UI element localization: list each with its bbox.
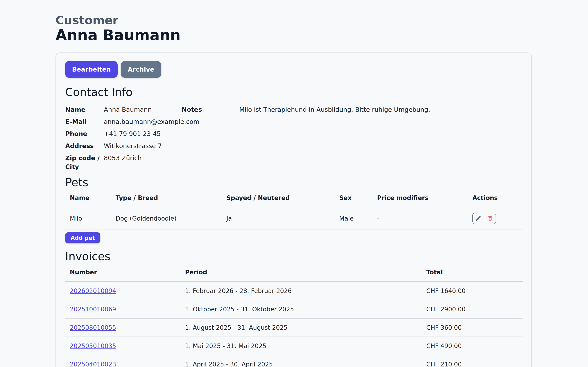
pet-spayed: Ja xyxy=(222,215,335,222)
pet-price-modifiers: - xyxy=(372,215,468,222)
toolbar: Bearbeiten Archive xyxy=(65,61,523,78)
delete-pet-button[interactable] xyxy=(484,213,496,224)
pet-actions xyxy=(468,213,523,224)
invoices-table-header: Number Period Total xyxy=(65,266,523,282)
pets-table-header: Name Type / Breed Spayed / Neutered Sex … xyxy=(65,192,523,207)
invoice-period: 1. April 2025 - 30. April 2025 xyxy=(181,361,422,367)
invoice-table-row: 202510010069 1. Oktober 2025 - 31. Oktob… xyxy=(65,300,523,318)
page-kicker: Customer xyxy=(55,14,532,27)
edit-pet-button[interactable] xyxy=(472,213,484,224)
pets-heading: Pets xyxy=(65,176,523,189)
invoice-number-link[interactable]: 202510010069 xyxy=(70,306,116,313)
contact-label-notes: Notes xyxy=(182,105,239,114)
contact-value-address: Witikonerstrasse 7 xyxy=(104,142,182,150)
invoice-total: CHF 360.00 xyxy=(422,324,523,331)
contact-value-zip-city: 8053 Zürich xyxy=(104,154,182,171)
invoice-table-row: 202504010023 1. April 2025 - 30. April 2… xyxy=(65,355,523,367)
pets-col-spayed: Spayed / Neutered xyxy=(222,194,335,201)
pets-col-type-breed: Type / Breed xyxy=(111,194,222,201)
contact-label-email: E-Mail xyxy=(65,117,104,126)
invoice-period: 1. Februar 2026 - 28. Februar 2026 xyxy=(181,287,422,294)
invoice-table-row: 202602010094 1. Februar 2026 - 28. Febru… xyxy=(65,282,523,300)
invoice-total: CHF 490.00 xyxy=(422,342,523,350)
invoices-col-total: Total xyxy=(422,269,523,276)
pencil-icon xyxy=(475,215,482,221)
archive-customer-button[interactable]: Archive xyxy=(121,61,161,78)
customer-detail-page: Customer Anna Baumann Bearbeiten Archive… xyxy=(0,0,588,367)
invoice-total: CHF 210.00 xyxy=(422,361,523,367)
pets-col-actions: Actions xyxy=(468,194,523,201)
invoice-table-row: 202505010035 1. Mai 2025 - 31. Mai 2025 … xyxy=(65,337,523,355)
contact-value-name: Anna Baumann xyxy=(104,105,182,114)
pet-table-row: Milo Dog (Goldendoodle) Ja Male - xyxy=(65,207,523,230)
invoice-number-link[interactable]: 202505010035 xyxy=(70,342,116,350)
invoice-total: CHF 2900.00 xyxy=(422,306,523,313)
invoice-number-link[interactable]: 202504010023 xyxy=(70,361,116,367)
invoices-col-period: Period xyxy=(181,269,422,276)
contact-label-address: Address xyxy=(65,142,104,150)
invoices-col-number: Number xyxy=(65,269,181,276)
contact-value-email: anna.baumann@example.com xyxy=(104,117,182,126)
page-title: Anna Baumann xyxy=(55,27,532,44)
invoice-table-row: 202508010055 1. August 2025 - 31. August… xyxy=(65,318,523,337)
invoice-period: 1. Oktober 2025 - 31. Oktober 2025 xyxy=(181,306,422,313)
pet-action-group xyxy=(472,213,496,224)
pet-sex: Male xyxy=(335,215,372,222)
invoice-period: 1. August 2025 - 31. August 2025 xyxy=(181,324,422,331)
invoice-period: 1. Mai 2025 - 31. Mai 2025 xyxy=(181,342,422,350)
invoices-heading: Invoices xyxy=(65,250,523,263)
contact-value-phone: +41 79 901 23 45 xyxy=(104,129,182,138)
contact-label-phone: Phone xyxy=(65,129,104,138)
pets-col-sex: Sex xyxy=(335,194,372,201)
contact-label-zip-city: Zip code / City xyxy=(65,154,100,171)
trash-icon xyxy=(487,216,493,221)
add-pet-button[interactable]: Add pet xyxy=(65,232,100,243)
contact-info-grid: Name Anna Baumann Notes Milo ist Therapi… xyxy=(65,105,523,171)
pets-col-price-modifiers: Price modifiers xyxy=(372,194,468,201)
pets-col-name: Name xyxy=(65,194,111,201)
pet-type-breed: Dog (Goldendoodle) xyxy=(111,215,222,222)
contact-value-notes: Milo ist Therapiehund in Ausbildung. Bit… xyxy=(239,105,523,114)
invoice-total: CHF 1640.00 xyxy=(422,287,523,294)
contact-info-heading: Contact Info xyxy=(65,86,523,99)
customer-card: Bearbeiten Archive Contact Info Name Ann… xyxy=(55,52,532,367)
edit-customer-button[interactable]: Bearbeiten xyxy=(65,61,118,78)
invoice-number-link[interactable]: 202508010055 xyxy=(70,324,116,331)
pet-name: Milo xyxy=(65,215,111,222)
invoice-number-link[interactable]: 202602010094 xyxy=(70,287,116,294)
contact-label-name: Name xyxy=(65,105,104,114)
